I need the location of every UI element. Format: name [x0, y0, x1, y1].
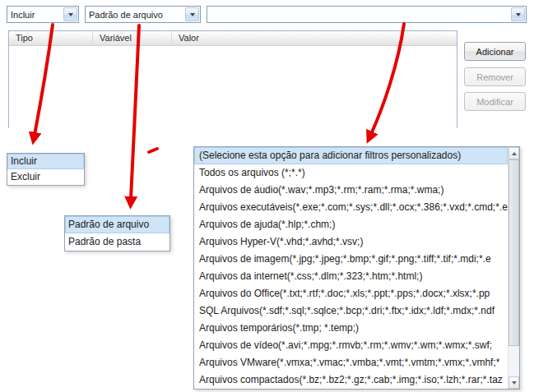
- dropdown-option[interactable]: (Selecione esta opção para adicionar fil…: [194, 147, 508, 164]
- chevron-down-glyph: [190, 13, 195, 16]
- filters-table-body[interactable]: [9, 46, 457, 128]
- dropdown-option[interactable]: Arquivos de imagem(*.jpg;*.jpeg;*.bmp;*.…: [194, 251, 508, 268]
- filters-table-header: Tipo Variável Valor: [9, 31, 457, 46]
- scroll-up-icon[interactable]: [508, 147, 519, 159]
- pattern-combobox-value: Padrão de arquivo: [86, 7, 184, 22]
- dropdown-option[interactable]: Excluir: [7, 169, 84, 185]
- dropdown-option[interactable]: Arquivos de ajuda(*.hlp;*.chm;): [194, 216, 508, 233]
- chevron-down-icon[interactable]: [63, 7, 77, 21]
- dropdown-option[interactable]: Arquivos do Office(*.txt;*.rtf;*.doc;*.x…: [194, 285, 508, 302]
- scrollbar-thumb[interactable]: [508, 159, 519, 346]
- dropdown-option[interactable]: Arquivos de áudio(*.wav;*.mp3;*.rm;*.ram…: [194, 182, 508, 199]
- dropdown-option[interactable]: Arquivos Hyper-V(*.vhd;*.avhd;*.vsv;): [194, 233, 508, 251]
- dropdown-option[interactable]: Arquivos VMware(*.vmxa;*.vmac;*.vmba;*.v…: [194, 354, 508, 371]
- column-header-tipo[interactable]: Tipo: [9, 31, 93, 45]
- filter-dropdown-list: (Selecione esta opção para adicionar fil…: [193, 146, 520, 390]
- dropdown-option[interactable]: Todos os arquivos (*;*.*): [194, 164, 508, 182]
- dropdown-option[interactable]: Incluir: [7, 154, 84, 169]
- type-dropdown-list: Incluir Excluir: [7, 153, 85, 186]
- chevron-down-icon[interactable]: [511, 7, 525, 21]
- pattern-dropdown-list: Padrão de arquivo Padrão de pasta: [64, 215, 170, 251]
- pattern-combobox[interactable]: Padrão de arquivo: [85, 6, 201, 23]
- scroll-down-icon[interactable]: [508, 376, 519, 389]
- file-filter-config-screen: Incluir Padrão de arquivo Tipo Variável …: [0, 0, 534, 392]
- chevron-down-glyph: [516, 13, 521, 16]
- remove-button[interactable]: Remover: [464, 67, 526, 86]
- column-header-valor[interactable]: Valor: [172, 31, 457, 45]
- filter-combobox-value: [207, 7, 510, 22]
- dropdown-option[interactable]: Arquivos executáveis(*.exe;*.com;*.sys;*…: [194, 199, 508, 216]
- filters-table: Tipo Variável Valor: [8, 30, 457, 128]
- type-combobox-value: Incluir: [7, 7, 63, 22]
- dropdown-option[interactable]: Padrão de pasta: [65, 233, 169, 251]
- filter-combobox[interactable]: [207, 6, 527, 23]
- type-combobox[interactable]: Incluir: [7, 6, 79, 23]
- filter-options: (Selecione esta opção para adicionar fil…: [194, 147, 508, 389]
- scrollbar-track[interactable]: [508, 159, 519, 376]
- scroll-up-glyph: [512, 152, 517, 155]
- dropdown-option[interactable]: Arquivos temporários(*.tmp; *.temp;): [194, 320, 508, 337]
- dropdown-option[interactable]: Arquivos da internet(*.css;*.dlm;*.323;*…: [194, 268, 508, 285]
- dropdown-option[interactable]: Arquivos compactados(*.bz;*.bz2;*.gz;*.c…: [194, 371, 508, 389]
- dropdown-option[interactable]: Arquivos de vídeo(*.avi;*.mpg;*.rmvb;*.r…: [194, 337, 508, 354]
- scroll-down-glyph: [512, 381, 517, 385]
- scrollbar[interactable]: [508, 147, 519, 389]
- chevron-down-icon[interactable]: [185, 7, 199, 21]
- chevron-down-glyph: [68, 13, 73, 16]
- column-header-variavel[interactable]: Variável: [93, 31, 172, 45]
- dropdown-option[interactable]: Padrão de arquivo: [65, 216, 169, 233]
- dropdown-option[interactable]: SQL Arquivos(*.sdf;*.sql;*.sqlce;*.bcp;*…: [194, 302, 508, 320]
- add-button[interactable]: Adicionar: [464, 42, 526, 61]
- modify-button[interactable]: Modificar: [464, 92, 526, 111]
- annotation-dash: [149, 149, 157, 152]
